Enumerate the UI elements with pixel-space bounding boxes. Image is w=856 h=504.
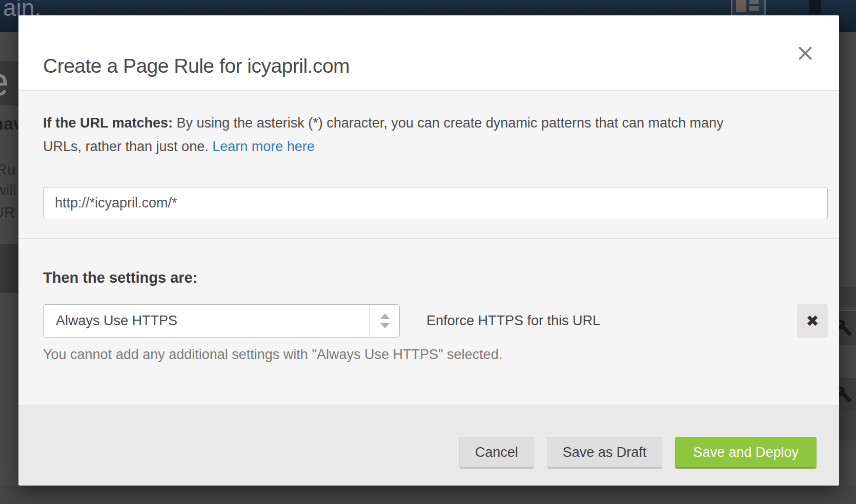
url-pattern-input[interactable] [43,187,828,219]
create-page-rule-modal: Create a Page Rule for icyapril.com If t… [18,15,839,486]
background-edit-tile [839,377,856,412]
background-text-fragment: e [0,58,9,105]
modal-body: If the URL matches: By using the asteris… [18,91,839,363]
background-table-header [0,244,18,293]
background-text-fragment: Ru [0,161,15,178]
modal-title: Create a Page Rule for icyapril.com [43,55,350,77]
modal-footer: Cancel Save as Draft Save and Deploy [18,405,839,486]
modal-header: Create a Page Rule for icyapril.com [18,15,839,91]
background-text-fragment: UR [0,204,15,221]
learn-more-link[interactable]: Learn more here [212,139,315,154]
section-divider [18,238,839,239]
setting-select[interactable]: Always Use HTTPS [43,304,400,338]
save-and-deploy-button[interactable]: Save and Deploy [675,437,817,469]
setting-row: Always Use HTTPS Enforce HTTPS for this … [43,304,828,338]
screen: ain. e nav Ru will UR Create a Page [0,0,856,504]
url-match-label: If the URL matches: [43,115,173,131]
bar-icon [809,0,821,14]
settings-heading: Then the settings are: [18,243,839,286]
wrench-icon [839,319,852,337]
remove-setting-button[interactable]: ✖ [797,304,828,338]
save-as-draft-button[interactable]: Save as Draft [547,437,663,469]
background-text-fragment: will [0,181,16,199]
background-edit-tile [839,310,856,345]
background-text-fragment: nav [0,114,18,134]
cancel-button[interactable]: Cancel [459,437,534,469]
cards-icon [731,0,766,17]
background-right-strip [839,32,856,486]
setting-helper-text: You cannot add any additional settings w… [18,338,839,363]
url-match-description: If the URL matches: By using the asteris… [18,91,775,158]
wrench-icon [839,386,852,403]
background-left-strip: e nav Ru will UR [0,32,18,486]
heavy-x-icon: ✖ [806,312,819,330]
setting-select-value: Always Use HTTPS [44,305,370,337]
close-icon[interactable] [796,44,814,62]
chevron-up-down-icon[interactable] [370,305,399,337]
setting-description: Enforce HTTPS for this URL [426,313,600,329]
